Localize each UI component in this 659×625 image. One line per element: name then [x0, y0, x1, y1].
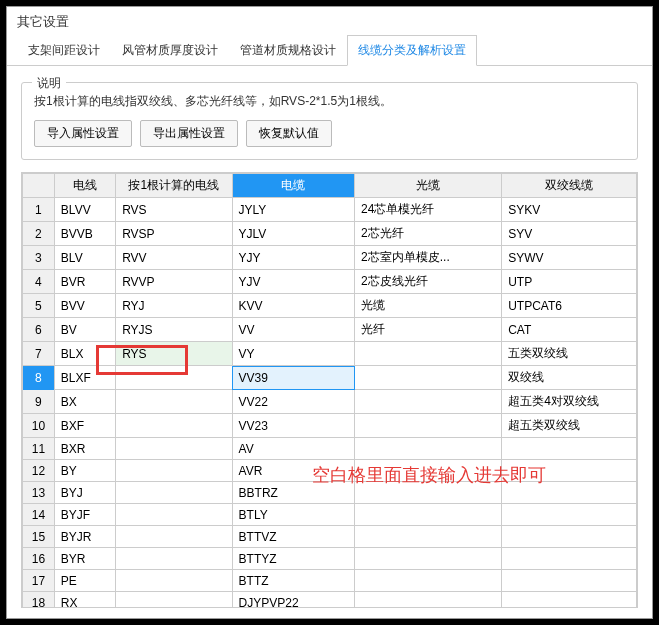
table-row[interactable]: 17PEBTTZ	[23, 570, 637, 592]
grid-cell[interactable]: BTTVZ	[232, 526, 355, 548]
grid-cell[interactable]: 2芯皮线光纤	[355, 270, 502, 294]
grid-cell[interactable]	[502, 460, 637, 482]
grid-cell[interactable]: BVV	[54, 294, 115, 318]
grid-cell[interactable]: BVR	[54, 270, 115, 294]
grid-cell[interactable]: VY	[232, 342, 355, 366]
row-number[interactable]: 3	[23, 246, 55, 270]
grid-cell[interactable]: 2芯光纤	[355, 222, 502, 246]
table-row[interactable]: 18RXDJYPVP22	[23, 592, 637, 609]
grid-cell[interactable]: PE	[54, 570, 115, 592]
grid-cell[interactable]: KVV	[232, 294, 355, 318]
grid-cell[interactable]: VV22	[232, 390, 355, 414]
grid-cell[interactable]	[502, 504, 637, 526]
grid-cell[interactable]: BTTZ	[232, 570, 355, 592]
row-number[interactable]: 13	[23, 482, 55, 504]
row-number[interactable]: 12	[23, 460, 55, 482]
grid-cell[interactable]	[355, 548, 502, 570]
grid-cell[interactable]	[116, 460, 232, 482]
grid-cell[interactable]: YJY	[232, 246, 355, 270]
grid-cell[interactable]: BXR	[54, 438, 115, 460]
grid-cell[interactable]	[116, 570, 232, 592]
grid-cell[interactable]: VV	[232, 318, 355, 342]
row-number[interactable]: 11	[23, 438, 55, 460]
reset-button[interactable]: 恢复默认值	[246, 120, 332, 147]
grid-cell[interactable]: BLV	[54, 246, 115, 270]
grid-cell[interactable]: CAT	[502, 318, 637, 342]
tab-duct-material[interactable]: 风管材质厚度设计	[111, 35, 229, 66]
grid-cell[interactable]: RYS	[116, 342, 232, 366]
grid-cell[interactable]: BYJR	[54, 526, 115, 548]
row-number[interactable]: 6	[23, 318, 55, 342]
tab-pipe-material[interactable]: 管道材质规格设计	[229, 35, 347, 66]
col-header-twisted[interactable]: 双绞线缆	[502, 174, 637, 198]
grid-cell[interactable]	[116, 482, 232, 504]
grid-cell[interactable]	[116, 366, 232, 390]
table-row[interactable]: 15BYJRBTTVZ	[23, 526, 637, 548]
grid-cell[interactable]	[355, 460, 502, 482]
grid-cell[interactable]: UTP	[502, 270, 637, 294]
tab-bracket-spacing[interactable]: 支架间距设计	[17, 35, 111, 66]
table-row[interactable]: 3BLVRVVYJY2芯室内单模皮...SYWV	[23, 246, 637, 270]
grid-cell[interactable]: AVR	[232, 460, 355, 482]
grid-cell[interactable]: DJYPVP22	[232, 592, 355, 609]
grid-cell[interactable]: RVS	[116, 198, 232, 222]
grid-cell[interactable]: RVVP	[116, 270, 232, 294]
grid-cell[interactable]: UTPCAT6	[502, 294, 637, 318]
row-number[interactable]: 5	[23, 294, 55, 318]
grid-cell[interactable]	[116, 504, 232, 526]
row-number[interactable]: 2	[23, 222, 55, 246]
grid-cell[interactable]	[116, 592, 232, 609]
col-header-single-wire[interactable]: 按1根计算的电线	[116, 174, 232, 198]
grid-cell[interactable]	[502, 482, 637, 504]
row-number[interactable]: 18	[23, 592, 55, 609]
grid-cell[interactable]: 双绞线	[502, 366, 637, 390]
grid-cell[interactable]: 五类双绞线	[502, 342, 637, 366]
row-number[interactable]: 8	[23, 366, 55, 390]
grid-cell[interactable]	[116, 548, 232, 570]
table-row[interactable]: 9BXVV22超五类4对双绞线	[23, 390, 637, 414]
grid-cell[interactable]	[355, 570, 502, 592]
grid-cell[interactable]	[116, 414, 232, 438]
row-number[interactable]: 10	[23, 414, 55, 438]
grid-cell[interactable]: VV23	[232, 414, 355, 438]
grid-cell[interactable]: BTTYZ	[232, 548, 355, 570]
grid-cell[interactable]	[355, 414, 502, 438]
grid-cell[interactable]: BLX	[54, 342, 115, 366]
grid-cell[interactable]	[355, 482, 502, 504]
grid-cell[interactable]: 光纤	[355, 318, 502, 342]
table-row[interactable]: 5BVVRYJKVV光缆UTPCAT6	[23, 294, 637, 318]
grid-cell[interactable]: 2芯室内单模皮...	[355, 246, 502, 270]
tab-cable-parse[interactable]: 线缆分类及解析设置	[347, 35, 477, 66]
row-number[interactable]: 7	[23, 342, 55, 366]
table-row[interactable]: 1BLVVRVSJYLY24芯单模光纤SYKV	[23, 198, 637, 222]
grid-cell[interactable]: JYLY	[232, 198, 355, 222]
grid-cell[interactable]: RX	[54, 592, 115, 609]
grid-cell[interactable]: BLVV	[54, 198, 115, 222]
data-grid[interactable]: 电线 按1根计算的电线 电缆 光缆 双绞线缆 1BLVVRVSJYLY24芯单模…	[21, 172, 638, 608]
grid-cell[interactable]	[355, 526, 502, 548]
grid-cell[interactable]: BXF	[54, 414, 115, 438]
grid-cell[interactable]	[355, 438, 502, 460]
grid-cell[interactable]	[502, 526, 637, 548]
grid-cell[interactable]	[502, 570, 637, 592]
row-number[interactable]: 17	[23, 570, 55, 592]
grid-cell[interactable]: 24芯单模光纤	[355, 198, 502, 222]
grid-cell[interactable]: SYWV	[502, 246, 637, 270]
row-number[interactable]: 9	[23, 390, 55, 414]
grid-cell[interactable]: BTLY	[232, 504, 355, 526]
grid-cell[interactable]	[502, 438, 637, 460]
row-number[interactable]: 16	[23, 548, 55, 570]
grid-cell[interactable]: BBTRZ	[232, 482, 355, 504]
table-row[interactable]: 10BXFVV23超五类双绞线	[23, 414, 637, 438]
table-row[interactable]: 4BVRRVVPYJV2芯皮线光纤UTP	[23, 270, 637, 294]
grid-cell[interactable]: SYKV	[502, 198, 637, 222]
table-row[interactable]: 11BXRAV	[23, 438, 637, 460]
table-row[interactable]: 13BYJBBTRZ	[23, 482, 637, 504]
grid-cell[interactable]	[355, 504, 502, 526]
grid-cell[interactable]	[502, 548, 637, 570]
grid-cell[interactable]: RYJ	[116, 294, 232, 318]
table-row[interactable]: 2BVVBRVSPYJLV2芯光纤SYV	[23, 222, 637, 246]
grid-cell[interactable]: RVSP	[116, 222, 232, 246]
grid-cell[interactable]: YJLV	[232, 222, 355, 246]
export-button[interactable]: 导出属性设置	[140, 120, 238, 147]
